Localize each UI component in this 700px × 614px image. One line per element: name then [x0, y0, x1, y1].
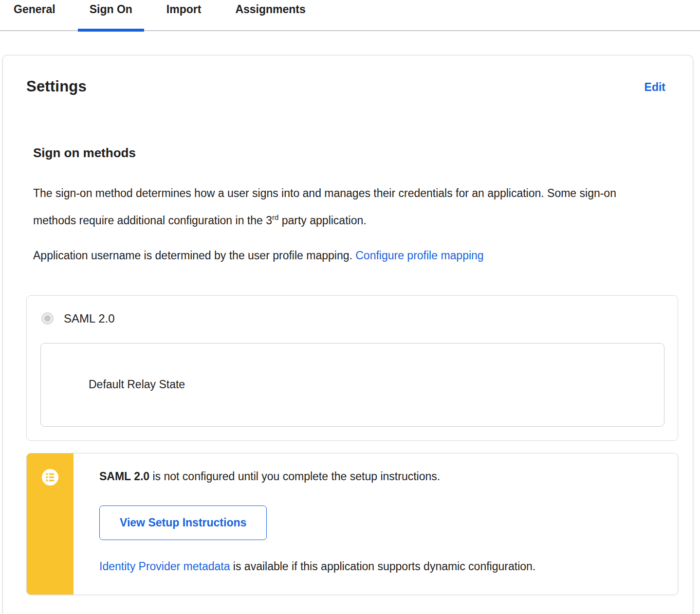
saml-radio-label[interactable]: SAML 2.0 — [64, 312, 115, 325]
sign-on-methods-heading: Sign on methods — [33, 145, 676, 161]
app-tab-bar: General Sign On Import Assignments — [0, 0, 700, 31]
callout-message-text: is not configured until you complete the… — [149, 470, 440, 483]
saml-radio-button[interactable] — [41, 312, 54, 325]
metadata-message-text: is available if this application support… — [230, 560, 535, 573]
saml-setup-callout: SAML 2.0 is not configured until you com… — [26, 453, 678, 595]
description-superscript: rd — [272, 213, 278, 221]
callout-message: SAML 2.0 is not configured until you com… — [99, 469, 658, 484]
view-setup-instructions-button[interactable]: View Setup Instructions — [99, 506, 267, 540]
default-relay-state-box: Default Relay State — [40, 343, 664, 427]
tab-import[interactable]: Import — [155, 0, 213, 31]
username-note-text: Application username is determined by th… — [33, 249, 355, 262]
identity-provider-metadata-link[interactable]: Identity Provider metadata — [99, 560, 230, 573]
description-text-2: party application. — [278, 214, 366, 227]
page-title: Settings — [26, 78, 87, 95]
metadata-line: Identity Provider metadata is available … — [99, 560, 658, 573]
callout-yellow-stripe — [27, 453, 74, 595]
callout-method-name: SAML 2.0 — [99, 470, 149, 483]
tab-sign-on[interactable]: Sign On — [78, 0, 144, 31]
username-note: Application username is determined by th… — [33, 244, 637, 268]
settings-card-header: Settings Edit — [26, 78, 676, 95]
configure-profile-mapping-link[interactable]: Configure profile mapping — [355, 249, 483, 262]
tab-general[interactable]: General — [2, 0, 67, 31]
saml-option-box: SAML 2.0 Default Relay State — [26, 295, 678, 441]
edit-link[interactable]: Edit — [645, 81, 665, 94]
saml-radio-row: SAML 2.0 — [40, 312, 664, 325]
tab-assignments[interactable]: Assignments — [223, 0, 317, 31]
list-icon — [41, 468, 59, 487]
callout-body: SAML 2.0 is not configured until you com… — [74, 453, 678, 595]
default-relay-state-label: Default Relay State — [89, 378, 185, 391]
radio-dot-icon — [44, 315, 51, 322]
settings-card: Settings Edit Sign on methods The sign-o… — [2, 55, 693, 614]
sign-on-methods-description: The sign-on method determines how a user… — [33, 181, 637, 233]
